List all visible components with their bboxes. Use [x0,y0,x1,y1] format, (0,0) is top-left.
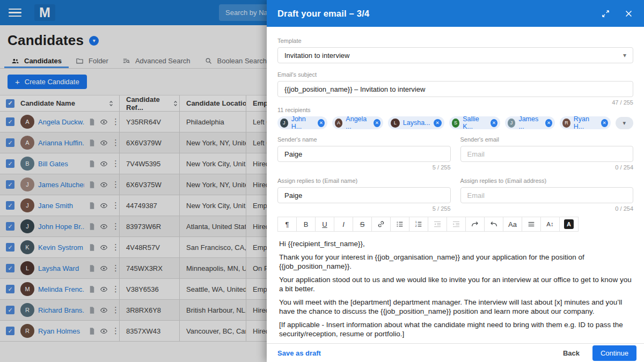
recipient-chip[interactable]: JJohn H...✕ [277,116,327,129]
chevron-down-icon: ▾ [623,120,626,127]
email-body-editor[interactable]: Hi {{recipient_first_name}},Thank you fo… [277,232,633,343]
numbered-list-icon: 12 [414,220,423,228]
reply-name-label: Assign replies to (Email name) [277,178,451,184]
undo-button[interactable] [484,217,503,232]
remove-recipient-icon[interactable]: ✕ [491,119,497,127]
sender-email-counter: 0 / 254 [460,164,634,171]
indent-icon [452,220,460,228]
remove-recipient-icon[interactable]: ✕ [318,119,325,127]
strikethrough-icon: S [360,220,365,228]
recipient-chip[interactable]: JJames ...✕ [505,116,555,129]
email-body-paragraph: You will meet with the [department] depa… [279,298,632,316]
line-spacing-icon [527,220,536,228]
chevron-down-icon: ▾ [623,51,626,59]
recipients-label: 11 recipients [277,107,633,113]
remove-recipient-icon[interactable]: ✕ [545,119,552,127]
redo-icon [471,220,479,228]
subject-counter: 47 / 255 [277,99,633,106]
sender-email-label: Sender's email [460,136,634,143]
underline-button[interactable]: U [315,217,334,232]
continue-button[interactable]: Continue [592,345,636,361]
undo-icon [489,220,498,228]
font-size-icon: A↕ [546,221,553,227]
text-color-button[interactable]: A [559,217,579,232]
font-size-button[interactable]: A↕ [540,217,560,232]
avatar: A [335,119,343,128]
text-color-icon: A [564,219,574,229]
link-button[interactable] [371,217,391,232]
bold-icon: B [304,220,309,228]
email-body-paragraph: [If applicable - Insert information abou… [279,320,632,339]
recipient-chip[interactable]: AAngela ...✕ [332,116,383,129]
paragraph-icon: ¶ [286,220,289,228]
numbered-list-button[interactable]: 12 [409,217,428,232]
link-icon [377,220,385,228]
font-case-button[interactable]: Aa [503,217,522,232]
modal-header: Draft your email – 3/4 [267,0,644,27]
remove-recipient-icon[interactable]: ✕ [601,119,608,127]
email-body-paragraph: Your application stood out to us and we … [279,275,632,294]
recipient-chip[interactable]: SSallie K...✕ [449,116,500,129]
underline-icon: U [322,220,327,228]
strikethrough-button[interactable]: S [353,217,372,232]
remove-recipient-icon[interactable]: ✕ [374,119,380,127]
avatar: S [452,119,460,128]
draft-email-modal: Draft your email – 3/4 Template Invitati… [267,0,644,362]
email-body-paragraph: Thank you for your interest in {{job_org… [279,253,632,271]
email-body-paragraph: Hi {{recipient_first_name}}, [279,239,632,249]
expand-icon[interactable] [601,9,610,18]
reply-email-input[interactable] [460,187,634,203]
redo-button[interactable] [465,217,485,232]
sender-name-counter: 5 / 255 [277,164,451,171]
sender-email-input[interactable] [460,146,634,162]
modal-footer: Save as draft Back Continue [267,343,644,362]
avatar: L [391,119,400,128]
outdent-button [428,217,447,232]
avatar: R [562,119,570,128]
editor-toolbar: ¶BUIS12AaA↕A [277,217,633,232]
bulleted-list-button[interactable] [390,217,409,232]
avatar: J [280,119,288,128]
svg-text:1: 1 [415,220,417,224]
bold-button[interactable]: B [296,217,316,232]
bulleted-list-icon [396,220,404,228]
outdent-icon [433,220,442,228]
paragraph-button[interactable]: ¶ [277,217,297,232]
recipient-chip[interactable]: LLaysha...✕ [388,116,444,129]
back-button[interactable]: Back [558,346,585,360]
reply-name-input[interactable] [277,187,451,203]
line-spacing-button[interactable] [522,217,541,232]
subject-label: Email's subject [277,71,633,78]
save-as-draft-link[interactable]: Save as draft [277,349,321,357]
remove-recipient-icon[interactable]: ✕ [434,119,442,127]
template-label: Template [277,38,633,44]
italic-icon: I [342,220,345,228]
avatar: J [508,119,516,128]
recipient-chip[interactable]: RRyan H...✕ [560,116,611,129]
indent-button [447,217,466,232]
font-case-icon: Aa [508,220,517,228]
modal-title: Draft your email – 3/4 [277,9,369,19]
reply-email-counter: 0 / 254 [460,205,634,212]
close-icon[interactable] [624,9,633,18]
reply-name-counter: 5 / 255 [277,205,451,212]
template-select[interactable]: Invitation to interview ▾ [277,47,633,63]
more-recipients-button[interactable]: ▾ [616,117,633,129]
recipient-chips: JJohn H...✕AAngela ...✕LLaysha...✕SSalli… [277,116,633,129]
italic-button[interactable]: I [334,217,353,232]
reply-email-label: Assign replies to (Email address) [460,178,634,184]
sender-name-input[interactable] [277,146,451,162]
svg-text:2: 2 [415,224,417,227]
sender-name-label: Sender's name [277,136,451,143]
subject-input[interactable] [277,81,633,97]
